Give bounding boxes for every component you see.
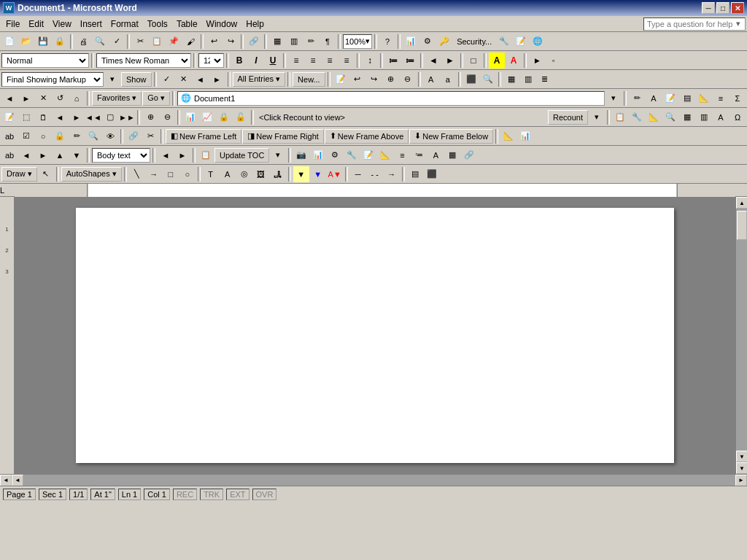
trk-btn9[interactable]: 🔍: [480, 71, 496, 88]
next-change-btn[interactable]: ►: [209, 71, 225, 88]
update-toc-arrow[interactable]: ▾: [270, 147, 286, 163]
wc-btn16[interactable]: 🔧: [629, 109, 645, 125]
stop-button[interactable]: ✕: [35, 90, 51, 106]
wc-btn17[interactable]: 📐: [646, 109, 662, 125]
scroll-up-button[interactable]: ▲: [736, 197, 747, 209]
toc-btn9[interactable]: 📊: [310, 147, 326, 163]
fr-btn3[interactable]: ○: [35, 128, 51, 144]
trk-btn1[interactable]: 📝: [333, 71, 349, 88]
menu-file[interactable]: File: [1, 17, 24, 31]
wc-btn2[interactable]: ⬚: [18, 109, 34, 125]
wc-btn7[interactable]: ▢: [102, 109, 118, 125]
track-mode-arrow[interactable]: ▾: [104, 71, 120, 88]
minimize-button[interactable]: ─: [702, 2, 715, 14]
italic-button[interactable]: I: [248, 52, 264, 69]
print-preview-button[interactable]: 🔍: [92, 34, 108, 50]
new-button[interactable]: 📄: [1, 34, 18, 50]
tb-btn-d[interactable]: 🔧: [496, 34, 512, 50]
rect-tool[interactable]: □: [163, 166, 179, 182]
nav-btn2[interactable]: A: [646, 90, 662, 106]
wc-btn1[interactable]: 📝: [1, 109, 18, 125]
toc-btn3[interactable]: ►: [35, 147, 51, 163]
fr-btn8[interactable]: 🔗: [125, 128, 142, 144]
toc-btn16[interactable]: A: [427, 147, 444, 163]
trk-btn5[interactable]: ⊖: [400, 71, 416, 88]
fr-btn10[interactable]: 📐: [500, 128, 516, 144]
paste-button[interactable]: 📌: [166, 34, 182, 50]
oval-tool[interactable]: ○: [179, 166, 196, 182]
fill-color-btn[interactable]: ▼: [293, 166, 309, 182]
toc-btn10[interactable]: ⚙: [327, 147, 343, 163]
line-color-btn[interactable]: ▼: [310, 166, 326, 182]
decrease-indent-button[interactable]: ◄: [425, 52, 441, 69]
recount-button[interactable]: Recount: [548, 110, 588, 125]
autoshapes-dropdown[interactable]: AutoShapes ▾: [61, 167, 122, 182]
fr-btn9[interactable]: ✂: [142, 128, 158, 144]
highlight-button[interactable]: A: [489, 52, 505, 69]
line-style-btn[interactable]: ─: [350, 166, 366, 182]
body-text-dropdown[interactable]: Body text: [92, 148, 150, 163]
show-hide-button[interactable]: ¶: [320, 34, 336, 50]
font-dropdown[interactable]: Times New Roman: [96, 53, 191, 68]
wordart-tool[interactable]: A: [220, 166, 236, 182]
close-button[interactable]: ✕: [731, 2, 744, 14]
text-box-tool[interactable]: T: [203, 166, 219, 182]
trk-btn11[interactable]: ▥: [520, 71, 536, 88]
forward-button[interactable]: ►: [18, 90, 34, 106]
new-frame-above-button[interactable]: ⬆ New Frame Above: [325, 129, 409, 144]
page[interactable]: [76, 208, 674, 463]
copy-button[interactable]: 📋: [149, 34, 165, 50]
border-button[interactable]: □: [465, 52, 481, 69]
scroll-left-button[interactable]: ◄: [0, 475, 12, 486]
fr-btn4[interactable]: 🔒: [52, 128, 68, 144]
redo-button[interactable]: ↪: [222, 34, 239, 50]
nav-btn1[interactable]: ✏: [629, 90, 645, 106]
wc-btn21[interactable]: A: [713, 109, 729, 125]
menu-edit[interactable]: Edit: [24, 17, 48, 31]
menu-help[interactable]: Help: [241, 17, 268, 31]
wc-btn6[interactable]: ◄◄: [85, 109, 101, 125]
toc-btn17[interactable]: ▦: [444, 147, 460, 163]
trk-btn7[interactable]: a: [440, 71, 456, 88]
help-search-input[interactable]: [647, 20, 735, 28]
wc-btn15[interactable]: 📋: [612, 109, 628, 125]
toc-btn7[interactable]: ►: [174, 147, 190, 163]
underline-button[interactable]: U: [265, 52, 281, 69]
scroll-thumb-v[interactable]: [737, 211, 747, 240]
wc-btn14[interactable]: 🔓: [233, 109, 249, 125]
update-toc-button[interactable]: Update TOC: [214, 148, 269, 163]
increase-indent-button[interactable]: ►: [442, 52, 458, 69]
align-right-button[interactable]: ≡: [322, 52, 338, 69]
clipart-tool[interactable]: 🖼: [253, 166, 269, 182]
cut-button[interactable]: ✂: [132, 34, 148, 50]
nav-btn4[interactable]: ▤: [679, 90, 695, 106]
toc-btn18[interactable]: 🔗: [461, 147, 477, 163]
tb-btn-f[interactable]: 🌐: [530, 34, 546, 50]
menu-insert[interactable]: Insert: [76, 17, 107, 31]
title-bar-controls[interactable]: ─ □ ✕: [702, 2, 744, 14]
dash-style-btn[interactable]: - -: [367, 166, 383, 182]
draw-dropdown[interactable]: Draw ▾: [1, 167, 37, 182]
toc-btn2[interactable]: ◄: [18, 147, 34, 163]
style-btn2[interactable]: ◦: [546, 52, 562, 69]
address-dropdown[interactable]: ▾: [605, 90, 622, 106]
nav-btn7[interactable]: Σ: [729, 90, 746, 106]
new-frame-left-button[interactable]: ◧ New Frame Left: [166, 129, 241, 144]
tb-btn-c[interactable]: 🔑: [436, 34, 452, 50]
menu-format[interactable]: Format: [107, 17, 143, 31]
toc-btn14[interactable]: ≡: [394, 147, 410, 163]
menu-tools[interactable]: Tools: [143, 17, 172, 31]
shadow-btn[interactable]: ▤: [407, 166, 423, 182]
trk-btn3[interactable]: ↪: [366, 71, 382, 88]
numbering-button[interactable]: ≔: [402, 52, 418, 69]
style-btn1[interactable]: ▸: [529, 52, 545, 69]
font-color-button[interactable]: A: [506, 52, 522, 69]
wc-btn20[interactable]: ▥: [696, 109, 712, 125]
style-dropdown[interactable]: Normal: [1, 53, 89, 68]
drawing-button[interactable]: ✏: [303, 34, 319, 50]
scroll-track-v[interactable]: [736, 209, 747, 451]
trk-btn2[interactable]: ↩: [349, 71, 365, 88]
arrow-style-btn[interactable]: →: [384, 166, 400, 182]
hyperlink-button[interactable]: 🔗: [246, 34, 262, 50]
tb-btn-e[interactable]: 📝: [513, 34, 529, 50]
